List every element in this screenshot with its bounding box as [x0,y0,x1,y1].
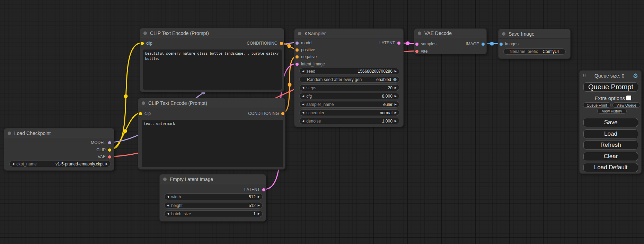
node-header[interactable]: KSampler [294,29,403,38]
decrement-arrow-icon[interactable]: ◀ [167,196,169,198]
clear-button[interactable]: Clear [583,152,638,161]
decrement-arrow-icon[interactable]: ◀ [302,120,304,123]
toggle-dot[interactable] [393,78,397,81]
image-slot-dot[interactable] [482,43,485,46]
queue-panel[interactable]: ⠿ Queue size: 0 ⚙ Queue Prompt Extra opt… [579,70,642,174]
latent-slot-dot[interactable] [415,43,418,46]
queue-prompt-button[interactable]: Queue Prompt [583,82,638,92]
collapse-dot-icon[interactable] [502,32,505,36]
input-slot-positive[interactable]: positive [295,46,315,53]
decrement-arrow-icon[interactable]: ◀ [302,95,304,98]
node-clip-text-encode-positive[interactable]: CLIP Text Encode (Prompt) clip CONDITION… [140,28,284,92]
vae-slot-dot[interactable] [108,155,111,159]
conditioning-slot-dot[interactable] [295,55,299,58]
random-seed-toggle-widget[interactable]: Random seed after every gen enabled [299,76,399,83]
increment-arrow-icon[interactable]: ▶ [258,196,260,198]
node-header[interactable]: Load Checkpoint [4,128,114,138]
node-vae-decode[interactable]: VAE Decode samples vae IMAGE [414,28,487,54]
seed-widget[interactable]: ◀ seed 156680208700286 ▶ [299,68,399,74]
node-ksampler[interactable]: KSampler model positive negative latent_… [294,28,404,127]
clip-slot-dot[interactable] [139,112,142,115]
decrement-arrow-icon[interactable]: ◀ [12,163,14,165]
increment-arrow-icon[interactable]: ▶ [395,120,397,123]
output-slot-conditioning[interactable]: CONDITIONING [248,110,284,117]
node-header[interactable]: Empty Latent Image [160,174,266,184]
drag-handle-icon[interactable]: ⠿ [583,74,586,78]
output-slot-clip[interactable]: CLIP [96,146,111,153]
decrement-arrow-icon[interactable]: ◀ [302,103,304,106]
comfyui-canvas[interactable]: { "colors": { "clip": "#FFD500", "model"… [0,0,644,244]
node-clip-text-encode-negative[interactable]: CLIP Text Encode (Prompt) clip CONDITION… [138,98,285,170]
decrement-arrow-icon[interactable]: ◀ [167,204,169,207]
sampler-name-widget[interactable]: ◀ sampler_name euler ▶ [299,101,399,108]
extra-options-checkbox[interactable] [626,96,631,100]
increment-arrow-icon[interactable]: ▶ [395,87,397,89]
scheduler-widget[interactable]: ◀ scheduler normal ▶ [299,109,399,116]
vae-slot-dot[interactable] [415,50,418,53]
collapse-dot-icon[interactable] [418,31,421,35]
cfg-widget[interactable]: ◀ cfg 8.000 ▶ [299,93,399,99]
output-slot-latent[interactable]: LATENT [244,186,265,193]
input-slot-samples[interactable]: samples [415,40,436,47]
clip-slot-dot[interactable] [141,42,144,45]
load-default-button[interactable]: Load Default [583,163,638,172]
view-history-button[interactable]: View History [597,109,627,114]
load-button[interactable]: Load [583,129,638,138]
increment-arrow-icon[interactable]: ▶ [395,103,397,106]
increment-arrow-icon[interactable]: ▶ [106,163,108,165]
decrement-arrow-icon[interactable]: ◀ [302,87,304,89]
input-slot-negative[interactable]: negative [295,53,317,60]
increment-arrow-icon[interactable]: ▶ [395,111,397,114]
ckpt-name-widget[interactable]: ◀ ckpt_name v1-5-pruned-emaonly.ckpt ▶ [9,161,111,167]
input-slot-images[interactable]: images [500,40,519,47]
increment-arrow-icon[interactable]: ▶ [395,95,397,98]
denoise-widget[interactable]: ◀ denoise 1.000 ▶ [299,118,399,124]
width-widget[interactable]: ◀ width 512 ▶ [164,193,263,200]
refresh-button[interactable]: Refresh [583,141,638,150]
output-slot-image[interactable]: IMAGE [466,40,485,47]
conditioning-slot-dot[interactable] [280,42,283,45]
node-load-checkpoint[interactable]: Load Checkpoint MODEL CLIP VAE ◀ ckpt_na… [4,128,114,171]
collapse-dot-icon[interactable] [143,31,147,35]
settings-gear-icon[interactable]: ⚙ [633,73,638,79]
increment-arrow-icon[interactable]: ▶ [395,70,397,73]
input-slot-vae[interactable]: vae [415,48,427,55]
decrement-arrow-icon[interactable]: ◀ [302,111,304,114]
model-slot-dot[interactable] [295,42,299,45]
collapse-dot-icon[interactable] [298,32,301,35]
increment-arrow-icon[interactable]: ▶ [258,204,260,207]
collapse-dot-icon[interactable] [142,101,145,105]
input-slot-clip[interactable]: clip [139,110,151,117]
output-slot-conditioning[interactable]: CONDITIONING [247,40,283,47]
latent-slot-dot[interactable] [262,188,265,191]
save-button[interactable]: Save [583,118,638,127]
conditioning-slot-dot[interactable] [281,112,284,115]
model-slot-dot[interactable] [108,141,111,144]
output-slot-latent[interactable]: LATENT [379,39,400,46]
input-slot-clip[interactable]: clip [141,40,152,47]
prompt-textarea[interactable]: text, watermark [142,120,283,167]
filename-prefix-widget[interactable]: filename_prefix ComfyUI [503,48,566,55]
conditioning-slot-dot[interactable] [295,48,299,52]
collapse-dot-icon[interactable] [163,178,167,181]
steps-widget[interactable]: ◀ steps 20 ▶ [299,84,399,91]
decrement-arrow-icon[interactable]: ◀ [302,70,304,73]
batch-size-widget[interactable]: ◀ batch_size 1 ▶ [164,210,263,217]
latent-slot-dot[interactable] [295,63,299,66]
prompt-textarea[interactable]: beautiful scenery nature glass bottle la… [143,49,282,90]
decrement-arrow-icon[interactable]: ◀ [167,213,169,215]
latent-slot-dot[interactable] [397,42,400,45]
clip-slot-dot[interactable] [108,148,111,152]
output-slot-vae[interactable]: VAE [98,153,111,160]
queue-front-button[interactable]: Queue Front [583,102,611,108]
node-header[interactable]: CLIP Text Encode (Prompt) [138,98,285,108]
node-empty-latent-image[interactable]: Empty Latent Image LATENT ◀ width 512 ▶ … [159,174,266,222]
height-widget[interactable]: ◀ height 512 ▶ [164,202,263,209]
node-header[interactable]: CLIP Text Encode (Prompt) [140,28,284,38]
node-save-image[interactable]: Save Image images filename_prefix ComfyU… [498,29,571,59]
collapse-dot-icon[interactable] [8,132,11,135]
increment-arrow-icon[interactable]: ▶ [258,213,260,215]
output-slot-model[interactable]: MODEL [91,139,111,146]
input-slot-latent-image[interactable]: latent_image [295,61,325,67]
view-queue-button[interactable]: View Queue [612,102,640,108]
